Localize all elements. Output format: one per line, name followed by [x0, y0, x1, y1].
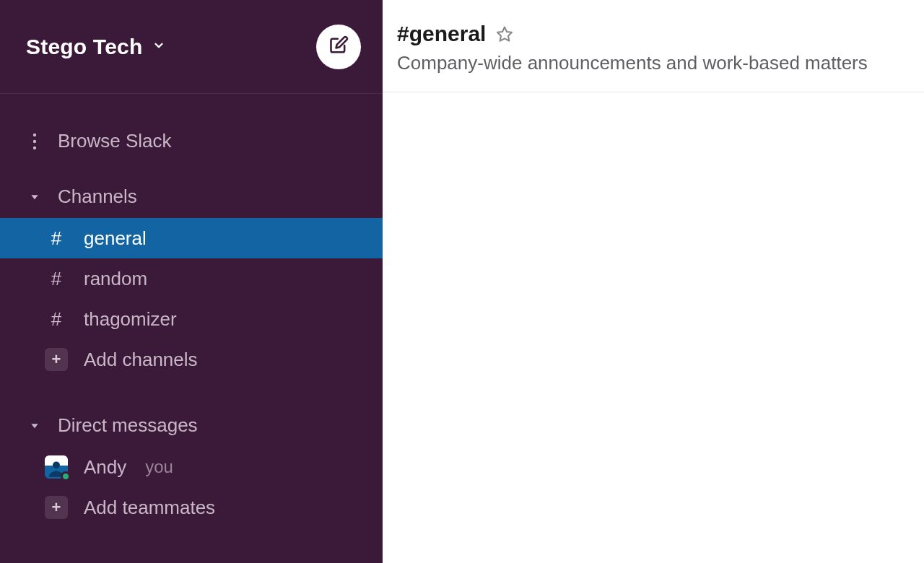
svg-marker-4 [31, 424, 38, 428]
workspace-switcher[interactable]: Stego Tech [26, 35, 165, 59]
channel-item-thagomizer[interactable]: # thagomizer [0, 299, 383, 339]
svg-marker-6 [497, 27, 512, 41]
dm-section-header[interactable]: Direct messages [0, 404, 383, 447]
svg-point-5 [53, 461, 60, 468]
hash-icon: # [45, 267, 68, 290]
svg-point-1 [33, 139, 36, 142]
dm-item-andy[interactable]: Andy you [0, 447, 383, 487]
workspace-name: Stego Tech [26, 35, 142, 59]
dm-section-label: Direct messages [58, 414, 198, 437]
sidebar-header: Stego Tech [0, 0, 383, 94]
avatar [45, 455, 68, 479]
chevron-down-icon [152, 39, 165, 55]
channel-item-general[interactable]: # general [0, 218, 383, 258]
channels-section-label: Channels [58, 186, 137, 208]
plus-icon: + [45, 496, 68, 519]
hash-icon: # [45, 307, 68, 331]
add-teammates-button[interactable]: + Add teammates [0, 487, 383, 528]
hash-icon: # [45, 227, 68, 250]
presence-active-icon [61, 471, 71, 481]
caret-down-icon [26, 420, 43, 432]
add-channels-label: Add channels [84, 349, 198, 371]
compose-button[interactable] [316, 25, 361, 69]
channels-section-header[interactable]: Channels [0, 175, 383, 218]
browse-slack-button[interactable]: Browse Slack [0, 120, 383, 162]
add-channels-button[interactable]: + Add channels [0, 339, 383, 380]
svg-point-0 [33, 133, 36, 136]
channel-title-row: #general [397, 22, 910, 46]
caret-down-icon [26, 191, 43, 203]
sidebar-body: Browse Slack Channels # general # random… [0, 94, 383, 528]
main-area: #general Company-wide announcements and … [383, 0, 924, 563]
dm-you-tag: you [145, 457, 173, 477]
sidebar: Stego Tech Browse Slack Ch [0, 0, 383, 563]
plus-icon: + [45, 348, 68, 371]
channel-item-label: general [84, 227, 147, 250]
channel-item-label: random [84, 268, 147, 290]
star-channel-button[interactable] [496, 25, 513, 43]
star-outline-icon [496, 25, 513, 43]
channel-item-random[interactable]: # random [0, 258, 383, 299]
dm-item-label: Andy [84, 456, 126, 479]
channel-header: #general Company-wide announcements and … [383, 0, 924, 92]
compose-icon [328, 35, 349, 58]
browse-slack-label: Browse Slack [58, 130, 172, 152]
channel-title[interactable]: #general [397, 22, 486, 46]
channel-topic[interactable]: Company-wide announcements and work-base… [397, 52, 910, 74]
more-vertical-icon [26, 132, 43, 151]
svg-point-2 [33, 146, 36, 149]
channel-item-label: thagomizer [84, 308, 177, 331]
add-teammates-label: Add teammates [84, 497, 215, 519]
svg-marker-3 [31, 195, 38, 199]
